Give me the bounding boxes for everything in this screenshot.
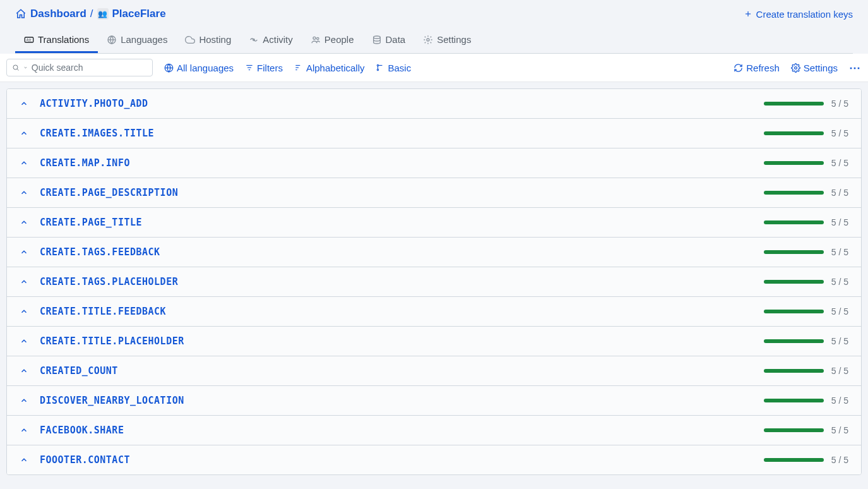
- tab-label: Activity: [263, 34, 293, 45]
- tab-data[interactable]: Data: [363, 28, 415, 53]
- tabs: A文TranslationsLanguagesHostingActivityPe…: [15, 28, 853, 54]
- progress-bar: [764, 399, 824, 402]
- filters-label: Filters: [257, 63, 283, 73]
- progress-ratio: 5 / 5: [831, 455, 848, 465]
- translation-key-name[interactable]: CREATE.TAGS.FEEDBACK: [40, 246, 160, 258]
- tab-activity[interactable]: Activity: [240, 28, 302, 53]
- translation-key-name[interactable]: FACEBOOK.SHARE: [40, 425, 124, 436]
- translation-key-row[interactable]: DISCOVER_NEARBY_LOCATION5 / 5: [7, 386, 861, 416]
- progress-bar: [764, 428, 824, 432]
- progress-bar: [764, 131, 824, 135]
- languages-icon: [107, 35, 117, 45]
- progress-bar: [764, 458, 824, 462]
- translation-key-row[interactable]: CREATED_COUNT5 / 5: [7, 356, 861, 386]
- translation-key-row[interactable]: CREATE.IMAGES.TITLE5 / 5: [7, 119, 861, 148]
- tab-hosting[interactable]: Hosting: [176, 28, 240, 53]
- translation-key-row[interactable]: CREATE.PAGE_DESCRIPTION5 / 5: [7, 178, 861, 208]
- translation-key-name[interactable]: CREATE.TAGS.PLACEHOLDER: [40, 276, 178, 287]
- more-actions-button[interactable]: ⋯: [849, 61, 862, 75]
- chevron-up-icon[interactable]: [20, 159, 28, 167]
- refresh-button[interactable]: Refresh: [734, 63, 780, 73]
- progress-bar: [764, 191, 824, 195]
- svg-point-22: [378, 69, 379, 70]
- hosting-icon: [185, 35, 195, 45]
- translation-key-name[interactable]: CREATE.MAP.INFO: [40, 157, 130, 169]
- breadcrumb: Dashboard / 👥 PlaceFlare: [15, 8, 166, 20]
- translation-key-name[interactable]: ACTIVITY.PHOTO_ADD: [40, 98, 148, 109]
- progress-ratio: 5 / 5: [831, 188, 848, 198]
- chevron-up-icon[interactable]: [20, 248, 28, 257]
- translations-icon: A文: [24, 35, 34, 45]
- tab-settings[interactable]: Settings: [414, 28, 480, 53]
- filter-icon: [245, 63, 254, 72]
- chevron-up-icon[interactable]: [20, 456, 28, 464]
- tab-people[interactable]: People: [302, 28, 363, 53]
- tab-label: Hosting: [199, 34, 231, 45]
- tab-translations[interactable]: A文Translations: [15, 28, 98, 53]
- translation-key-name[interactable]: CREATE.TITLE.FEEDBACK: [40, 306, 166, 317]
- translation-key-name[interactable]: CREATE.PAGE_TITLE: [40, 217, 142, 228]
- search-input-wrapper[interactable]: [6, 59, 153, 76]
- chevron-down-icon: [23, 65, 28, 70]
- plus-icon: [744, 9, 752, 18]
- chevron-up-icon[interactable]: [20, 99, 28, 108]
- svg-text:A文: A文: [27, 38, 32, 42]
- settings-icon: [423, 35, 433, 45]
- sort-icon: [294, 63, 303, 72]
- svg-point-10: [427, 39, 429, 41]
- chevron-up-icon[interactable]: [20, 337, 28, 346]
- chevron-up-icon[interactable]: [20, 188, 28, 197]
- translation-key-name[interactable]: FOOOTER.CONTACT: [40, 454, 130, 466]
- translation-key-name[interactable]: CREATE.TITLE.PLACEHOLDER: [40, 335, 184, 347]
- svg-point-7: [313, 37, 316, 39]
- settings-label: Settings: [804, 63, 838, 73]
- translation-key-name[interactable]: DISCOVER_NEARBY_LOCATION: [40, 395, 184, 406]
- progress-bar: [764, 102, 824, 106]
- all-languages-filter[interactable]: All languages: [164, 63, 234, 73]
- progress-ratio: 5 / 5: [831, 277, 848, 287]
- chevron-up-icon[interactable]: [20, 396, 28, 405]
- progress-bar: [764, 220, 824, 224]
- create-translation-keys-button[interactable]: Create translation keys: [744, 9, 853, 20]
- translation-key-row[interactable]: CREATE.TAGS.PLACEHOLDER5 / 5: [7, 267, 861, 297]
- translation-key-row[interactable]: FOOOTER.CONTACT5 / 5: [7, 445, 861, 474]
- translation-key-row[interactable]: CREATE.TITLE.PLACEHOLDER5 / 5: [7, 327, 861, 356]
- chevron-up-icon[interactable]: [20, 366, 28, 375]
- breadcrumb-project[interactable]: PlaceFlare: [112, 8, 166, 20]
- translation-key-row[interactable]: ACTIVITY.PHOTO_ADD5 / 5: [7, 89, 861, 119]
- sort-alphabetically-button[interactable]: Alphabetically: [294, 63, 365, 73]
- search-input[interactable]: [32, 63, 147, 73]
- breadcrumb-dashboard[interactable]: Dashboard: [30, 8, 86, 20]
- gear-icon: [791, 63, 800, 73]
- toolbar: All languages Filters Alphabetically Bas…: [0, 54, 868, 82]
- view-basic-button[interactable]: Basic: [376, 63, 411, 73]
- people-icon: [311, 35, 321, 45]
- translation-key-row[interactable]: CREATE.TAGS.FEEDBACK5 / 5: [7, 238, 861, 267]
- progress-ratio: 5 / 5: [831, 306, 848, 317]
- chevron-up-icon[interactable]: [20, 218, 28, 227]
- translation-key-row[interactable]: FACEBOOK.SHARE5 / 5: [7, 416, 861, 445]
- translation-key-list: ACTIVITY.PHOTO_ADD5 / 5CREATE.IMAGES.TIT…: [6, 88, 862, 475]
- translation-key-name[interactable]: CREATE.PAGE_DESCRIPTION: [40, 187, 178, 198]
- progress-bar: [764, 280, 824, 284]
- translation-key-row[interactable]: CREATE.MAP.INFO5 / 5: [7, 148, 861, 178]
- translation-key-name[interactable]: CREATED_COUNT: [40, 365, 118, 377]
- home-icon[interactable]: [15, 8, 27, 20]
- translation-key-name[interactable]: CREATE.IMAGES.TITLE: [40, 128, 154, 139]
- more-icon: ⋯: [849, 61, 862, 74]
- chevron-up-icon[interactable]: [20, 129, 28, 138]
- filters-button[interactable]: Filters: [245, 63, 283, 73]
- progress-ratio: 5 / 5: [831, 425, 848, 435]
- tab-label: Translations: [38, 34, 89, 45]
- progress-ratio: 5 / 5: [831, 336, 848, 346]
- globe-icon: [164, 63, 174, 73]
- svg-point-8: [316, 37, 318, 39]
- chevron-up-icon[interactable]: [20, 307, 28, 316]
- tab-languages[interactable]: Languages: [98, 28, 176, 53]
- chevron-up-icon[interactable]: [20, 426, 28, 435]
- progress-bar: [764, 310, 824, 313]
- translation-key-row[interactable]: CREATE.TITLE.FEEDBACK5 / 5: [7, 297, 861, 327]
- chevron-up-icon[interactable]: [20, 277, 28, 286]
- settings-button[interactable]: Settings: [791, 63, 838, 73]
- translation-key-row[interactable]: CREATE.PAGE_TITLE5 / 5: [7, 208, 861, 238]
